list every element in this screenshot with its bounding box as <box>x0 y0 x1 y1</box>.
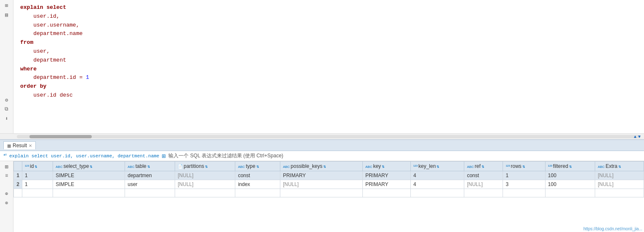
result-table: ¹²³id⇅ ABCselect_type⇅ ABCtable⇅ 📄partit… <box>13 161 644 197</box>
table-cell: 1 <box>503 171 545 180</box>
h-scrollbar-thumb[interactable] <box>29 135 92 138</box>
th-type[interactable]: ABCtype⇅ <box>235 162 280 171</box>
filter-hint-text: 输入一个 SQL 表达式来过滤结果 (使用 Ctrl+Space) <box>168 152 283 159</box>
result-toolbar-delete[interactable]: ⊗ <box>3 199 11 207</box>
th-key-len[interactable]: ¹²³key_len⇅ <box>411 162 464 171</box>
watermark: https://blog.csdn.net/monli_jia... <box>583 227 642 231</box>
table-container[interactable]: ¹²³id⇅ ABCselect_type⇅ ABCtable⇅ 📄partit… <box>13 161 644 232</box>
editor-area: ⊞ ▤ ⚙ ⧉ ⬇ explain select user.id, user.u… <box>0 0 644 133</box>
gutter-icon-2[interactable]: ▤ <box>3 11 11 19</box>
table-row[interactable]: 21SIMPLEuser[NULL]index[NULL]PRIMARY4[NU… <box>14 180 644 189</box>
table-cell: [NULL] <box>595 180 644 189</box>
scroll-down-icon[interactable]: ▼ <box>638 134 641 139</box>
table-cell: 2 <box>14 180 22 189</box>
table-cell: index <box>235 180 280 189</box>
th-rownum <box>14 162 22 171</box>
table-cell-empty <box>595 189 644 197</box>
table-cell-empty <box>280 189 363 197</box>
table-cell-empty <box>411 189 464 197</box>
th-partitions[interactable]: 📄partitions⇅ <box>175 162 235 171</box>
main-container: ⊞ ▤ ⚙ ⧉ ⬇ explain select user.id, user.u… <box>0 0 644 232</box>
table-cell-empty <box>503 189 545 197</box>
th-ref[interactable]: ABCref⇅ <box>464 162 503 171</box>
th-table[interactable]: ABCtable⇅ <box>125 162 175 171</box>
table-cell: 1 <box>22 180 53 189</box>
table-cell-empty <box>14 189 22 197</box>
table-cell: const <box>464 171 503 180</box>
table-cell: PRIMARY <box>362 171 410 180</box>
table-cell: [NULL] <box>464 180 503 189</box>
table-cell-empty <box>125 189 175 197</box>
result-tab-label: Result <box>13 143 27 148</box>
result-panel: ▦ Result ✕ ⁴ᵀ explain select user.id, us… <box>0 139 644 232</box>
table-cell: 100 <box>545 180 595 189</box>
result-tbody: 11SIMPLEdepartmen[NULL]constPRIMARYPRIMA… <box>14 171 644 197</box>
table-cell-empty <box>545 189 595 197</box>
th-extra[interactable]: ABCExtra⇅ <box>595 162 644 171</box>
table-cell: SIMPLE <box>53 180 125 189</box>
result-toolbar-list[interactable]: ≡ <box>3 172 11 180</box>
table-cell: 1 <box>14 171 22 180</box>
th-filtered[interactable]: ¹²³filtered⇅ <box>545 162 595 171</box>
query-bar-icon: ⁴ᵀ <box>3 153 7 159</box>
result-toolbar-grid[interactable]: ⊞ <box>3 163 11 170</box>
code-editor[interactable]: explain select user.id, user.username, d… <box>13 0 644 133</box>
result-tab-close[interactable]: ✕ <box>29 143 32 148</box>
result-tab[interactable]: ▦ Result ✕ <box>3 141 36 149</box>
th-id[interactable]: ¹²³id⇅ <box>22 162 53 171</box>
th-rows[interactable]: ¹²³rows⇅ <box>503 162 545 171</box>
table-cell-empty <box>175 189 235 197</box>
table-cell: [NULL] <box>175 171 235 180</box>
table-cell-empty <box>362 189 410 197</box>
table-cell: [NULL] <box>175 180 235 189</box>
table-wrapper: ⊞ ≡ ⊕ ⊗ ¹²³id⇅ ABCselect_type⇅ ABCtable⇅… <box>0 161 644 232</box>
table-cell: const <box>235 171 280 180</box>
table-cell-empty <box>464 189 503 197</box>
h-scrollbar-track[interactable] <box>17 135 641 138</box>
table-cell: 4 <box>411 171 464 180</box>
result-toolbar-add[interactable]: ⊕ <box>3 190 11 197</box>
table-cell: PRIMARY <box>362 180 410 189</box>
table-row[interactable]: 11SIMPLEdepartmen[NULL]constPRIMARYPRIMA… <box>14 171 644 180</box>
table-cell-empty <box>22 189 53 197</box>
table-cell: 3 <box>503 180 545 189</box>
table-header-row: ¹²³id⇅ ABCselect_type⇅ ABCtable⇅ 📄partit… <box>14 162 644 171</box>
table-cell-empty <box>235 189 280 197</box>
th-select-type[interactable]: ABCselect_type⇅ <box>53 162 125 171</box>
result-tab-bar: ▦ Result ✕ <box>0 140 644 151</box>
th-possible-keys[interactable]: ABCpossible_keys⇅ <box>280 162 363 171</box>
scroll-up-icon[interactable]: ▲ <box>634 134 636 139</box>
table-cell: [NULL] <box>595 171 644 180</box>
table-cell-empty <box>53 189 125 197</box>
table-row-empty <box>14 189 644 197</box>
table-cell: 1 <box>22 171 53 180</box>
table-cell: [NULL] <box>280 180 363 189</box>
h-scrollbar[interactable]: ▲ ▼ <box>0 133 644 139</box>
table-cell: SIMPLE <box>53 171 125 180</box>
gutter-icon-settings[interactable]: ⚙ <box>3 96 11 104</box>
query-display-text: explain select user.id, user.username, d… <box>9 154 159 159</box>
table-cell: departmen <box>125 171 175 180</box>
scroll-collapse-buttons[interactable]: ▲ ▼ <box>634 134 641 139</box>
result-left-toolbar: ⊞ ≡ ⊕ ⊗ <box>0 161 13 232</box>
table-cell: 4 <box>411 180 464 189</box>
table-cell: 100 <box>545 171 595 180</box>
table-cell: user <box>125 180 175 189</box>
editor-left-gutter: ⊞ ▤ ⚙ ⧉ ⬇ <box>0 0 13 133</box>
query-bar: ⁴ᵀ explain select user.id, user.username… <box>0 151 644 161</box>
filter-icon[interactable]: ⊞ <box>162 153 166 159</box>
table-cell: PRIMARY <box>280 171 363 180</box>
gutter-icon-download[interactable]: ⬇ <box>3 115 11 122</box>
gutter-icon-1[interactable]: ⊞ <box>3 2 11 9</box>
gutter-icon-copy[interactable]: ⧉ <box>3 105 11 113</box>
th-key[interactable]: ABCkey⇅ <box>362 162 410 171</box>
result-tab-icon: ▦ <box>7 143 11 148</box>
